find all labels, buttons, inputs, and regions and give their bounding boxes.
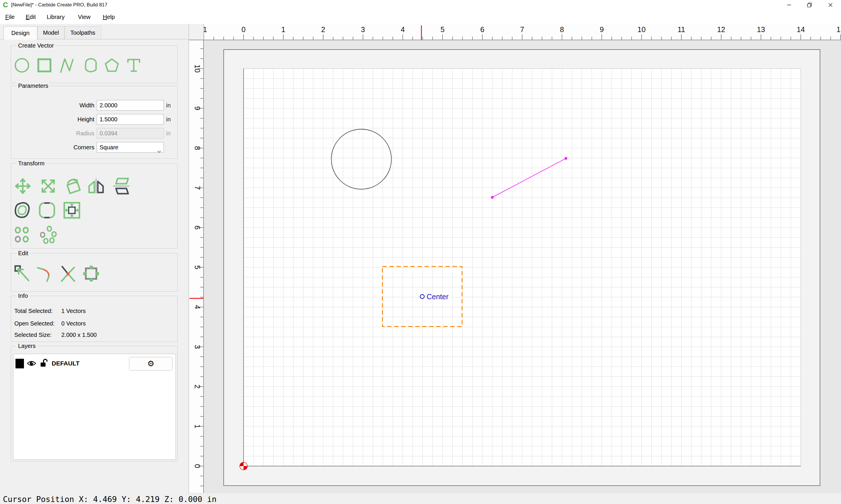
create-vector-title: Create Vector	[16, 42, 55, 49]
tab-design[interactable]: Design	[3, 26, 37, 40]
trim-tool-icon[interactable]	[59, 264, 78, 283]
sidebar: Design Model Toolpaths Create Vector Par…	[0, 24, 189, 494]
open-selected-label: Open Selected:	[14, 320, 55, 327]
menu-view[interactable]: View	[75, 10, 93, 24]
edit-title: Edit	[16, 250, 30, 257]
offset-tool-icon[interactable]	[14, 201, 32, 220]
layer-name: DEFAULT	[52, 360, 80, 367]
svg-text:14: 14	[796, 25, 805, 34]
window-title: [NewFile]* - Carbide Create PRO, Build 8…	[11, 2, 107, 8]
snap-center-label: Center	[427, 292, 448, 301]
rotate-tool-icon[interactable]	[64, 177, 82, 195]
tab-model[interactable]: Model	[37, 26, 65, 39]
layer-settings-button[interactable]: ⚙	[129, 357, 173, 371]
svg-text:8: 8	[560, 25, 564, 34]
svg-text:7: 7	[193, 186, 202, 190]
round-corners-tool-icon[interactable]	[38, 201, 56, 220]
menu-file[interactable]: File	[2, 10, 18, 24]
svg-text:8: 8	[193, 146, 202, 150]
svg-text:0: 0	[241, 25, 245, 34]
node-select-tool-icon[interactable]	[14, 264, 32, 283]
title-bar: C [NewFile]* - Carbide Create PRO, Build…	[0, 0, 841, 10]
cursor-position-text: Cursor Position X: 4.469 Y: 4.219 Z: 0.0…	[3, 495, 217, 504]
width-unit: in	[166, 100, 171, 110]
svg-text:1: 1	[281, 25, 285, 34]
polyline-tool-icon[interactable]	[58, 57, 75, 74]
svg-text:2: 2	[193, 384, 202, 389]
selected-size-label: Selected Size:	[14, 331, 52, 338]
svg-text:10: 10	[637, 25, 646, 34]
svg-text:3: 3	[361, 25, 365, 34]
tab-toolpaths[interactable]: Toolpaths	[65, 26, 101, 39]
svg-text:11: 11	[677, 25, 685, 34]
move-tool-icon[interactable]	[14, 177, 32, 195]
menu-library[interactable]: Library	[44, 10, 67, 24]
layer-color-swatch[interactable]	[16, 359, 24, 368]
polygon-tool-icon[interactable]	[103, 57, 120, 74]
selected-size-value: 2.000 x 1.500	[61, 331, 97, 338]
radius-input: 0.0394	[97, 128, 164, 139]
height-unit: in	[166, 114, 171, 125]
height-input[interactable]: 1.5000	[97, 114, 164, 125]
svg-text:-1: -1	[204, 25, 207, 34]
resize-handles-tool-icon[interactable]	[82, 264, 101, 283]
height-label: Height	[13, 114, 94, 125]
restore-button[interactable]	[800, 0, 819, 10]
svg-text:5: 5	[193, 266, 202, 270]
svg-text:3: 3	[193, 345, 202, 349]
curve-tool-icon[interactable]	[82, 57, 99, 74]
rectangle-tool-icon[interactable]	[36, 57, 53, 74]
gear-icon: ⚙	[147, 359, 154, 368]
corners-select[interactable]: Square	[97, 142, 164, 152]
svg-text:9: 9	[193, 106, 202, 110]
total-selected-label: Total Selected:	[14, 308, 53, 314]
total-selected-value: 1 Vectors	[61, 308, 86, 314]
svg-text:15: 15	[837, 25, 841, 34]
canvas-drawing[interactable]: Center	[189, 24, 841, 493]
app-logo-icon: C	[3, 1, 8, 9]
mirror-tool-icon[interactable]	[87, 177, 105, 195]
width-label: Width	[13, 100, 94, 110]
edit-curve-tool-icon[interactable]	[36, 264, 55, 283]
parameters-panel: Parameters Width 2.0000 in Height 1.5000…	[11, 86, 177, 159]
svg-text:4: 4	[193, 305, 202, 309]
line-endpoint-handle[interactable]	[565, 157, 567, 160]
layer-list: DEFAULT ⚙	[13, 354, 176, 460]
svg-text:2: 2	[321, 25, 325, 34]
circle-tool-icon[interactable]	[14, 57, 30, 74]
status-bar: Cursor Position X: 4.469 Y: 4.219 Z: 0.0…	[0, 494, 841, 504]
svg-text:6: 6	[193, 226, 202, 230]
svg-text:1: 1	[193, 425, 202, 429]
layers-panel: Layers DEFAULT ⚙	[11, 346, 177, 462]
parameters-title: Parameters	[16, 83, 50, 89]
line-endpoint-handle[interactable]	[491, 196, 494, 199]
svg-text:0: 0	[193, 464, 202, 468]
unlock-icon[interactable]	[40, 358, 49, 369]
menu-help[interactable]: Help	[100, 10, 118, 24]
create-vector-panel: Create Vector	[11, 46, 177, 83]
svg-text:13: 13	[757, 25, 765, 34]
svg-text:4: 4	[401, 25, 405, 34]
svg-text:7: 7	[520, 25, 524, 34]
width-input[interactable]: 2.0000	[97, 100, 164, 110]
close-button[interactable]	[821, 0, 840, 10]
chevron-down-icon	[157, 146, 161, 156]
minimize-button[interactable]	[779, 0, 799, 10]
menu-bar: File Edit Library View Help	[0, 10, 841, 24]
ruler-corner	[189, 24, 204, 40]
design-canvas[interactable]: Center -10123456789101112131415 01234567…	[189, 24, 841, 493]
layers-title: Layers	[16, 343, 37, 349]
eye-icon[interactable]	[27, 360, 36, 368]
scale-tool-icon[interactable]	[39, 177, 57, 195]
linear-array-tool-icon[interactable]	[14, 226, 32, 244]
svg-text:9: 9	[600, 25, 604, 34]
radius-unit: in	[166, 128, 171, 139]
flip-vertical-tool-icon[interactable]	[112, 177, 131, 195]
info-title: Info	[16, 292, 30, 299]
svg-text:6: 6	[480, 25, 484, 34]
text-tool-icon[interactable]	[125, 57, 142, 74]
ruler-horizontal: -10123456789101112131415	[204, 24, 841, 40]
circular-array-tool-icon[interactable]	[39, 226, 57, 244]
menu-edit[interactable]: Edit	[23, 10, 38, 24]
shrink-tool-icon[interactable]	[63, 201, 81, 220]
